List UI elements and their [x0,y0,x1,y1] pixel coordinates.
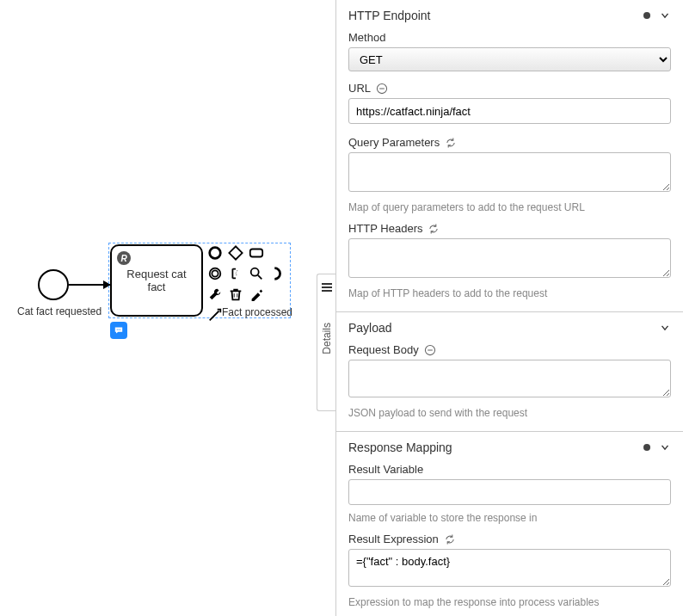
attach-event-icon[interactable] [268,265,286,282]
start-event-label: Cat fact requested [17,305,102,317]
svg-point-11 [120,330,120,330]
task-label: Request cat fact [117,268,196,293]
refresh-icon[interactable] [445,137,457,149]
result-variable-label: Result Variable [348,463,671,476]
section-title: Response Mapping [348,440,452,454]
section-payload: Payload Request Body JSON payload to sen… [336,312,683,432]
svg-point-4 [212,270,218,276]
section-modified-indicator-icon [643,12,650,19]
result-expression-input[interactable]: ={"fact" : body.fact} [348,549,671,587]
refresh-icon[interactable] [444,533,456,545]
query-params-label: Query Parameters [348,136,671,149]
service-task[interactable]: R Request cat fact [110,244,203,317]
svg-point-0 [210,248,221,259]
speech-bubble-icon [114,325,124,336]
section-http-endpoint: HTTP Endpoint Method GET URL Query Param… [336,0,683,312]
headers-hint: Map of HTTP headers to add to the reques… [348,287,671,299]
svg-point-9 [117,330,118,330]
method-select[interactable]: GET [348,47,671,71]
panel-toggle-label: Details [321,323,333,354]
svg-point-5 [251,268,259,276]
svg-rect-1 [229,246,242,259]
properties-panel: HTTP Endpoint Method GET URL Query Param… [335,0,683,616]
end-event-label: Fact processed [222,306,292,318]
chevron-down-icon[interactable] [659,9,671,22]
color-picker-icon[interactable] [248,286,265,303]
url-input[interactable] [348,98,671,124]
append-task-icon[interactable] [248,244,265,262]
result-expression-hint: Expression to map the response into proc… [348,596,671,608]
comment-badge[interactable] [110,322,127,339]
fx-icon[interactable] [424,344,436,356]
result-variable-input[interactable] [348,479,671,505]
diagram-canvas[interactable]: Cat fact requested R Request cat fact Fa… [0,0,335,616]
fx-icon[interactable] [376,83,388,95]
refresh-icon[interactable] [428,223,440,235]
wrench-icon[interactable] [206,286,224,303]
annotation-icon[interactable] [227,265,244,282]
chevron-down-icon[interactable] [659,322,671,334]
method-label: Method [348,31,671,44]
section-response-mapping: Response Mapping Result Variable Name of… [336,432,683,616]
url-label: URL [348,82,671,95]
request-body-input[interactable] [348,360,671,397]
append-intermediate-event-icon[interactable] [206,265,224,282]
query-params-input[interactable] [348,152,671,192]
headers-label: HTTP Headers [348,222,671,235]
sequence-flow[interactable] [69,284,110,286]
request-body-label: Request Body [348,343,671,356]
search-icon[interactable] [248,265,265,282]
start-event[interactable] [38,269,69,300]
task-type-marker-icon: R [117,251,131,265]
connect-icon[interactable] [206,306,224,323]
request-body-hint: JSON payload to send with the request [348,407,671,419]
panel-toggle[interactable]: Details [317,274,335,411]
result-expression-label: Result Expression [348,533,671,545]
query-params-hint: Map of query parameters to add to the re… [348,201,671,213]
trash-icon[interactable] [227,286,244,303]
svg-rect-2 [250,249,262,257]
section-modified-indicator-icon [643,444,650,451]
section-title: Payload [348,321,392,335]
svg-line-6 [258,275,262,280]
section-title: HTTP Endpoint [348,9,430,22]
hamburger-icon [322,281,332,293]
svg-point-10 [118,330,119,330]
result-variable-hint: Name of variable to store the response i… [348,512,671,524]
append-gateway-icon[interactable] [227,244,244,262]
append-end-event-icon[interactable] [206,244,224,262]
chevron-down-icon[interactable] [659,441,671,453]
headers-input[interactable] [348,238,671,278]
